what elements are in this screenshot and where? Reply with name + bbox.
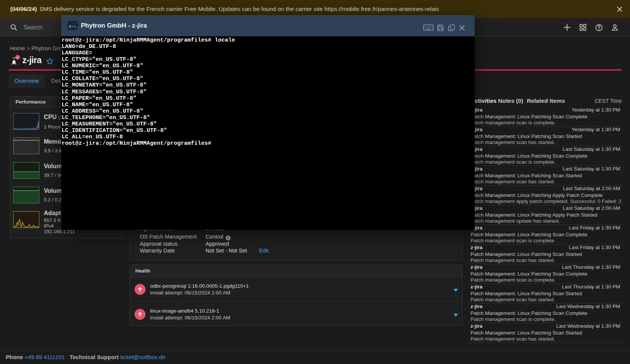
detail-row-approval: Approval statusApproved [140,241,229,247]
page: { "banner": { "date": "(04/06/24)", "mes… [0,0,630,364]
phone-label: Phone [6,354,23,360]
breadcrumb-home[interactable]: Home [10,45,25,51]
activity-message: Patch management update has started. [471,218,560,224]
terminal-output: root@z-jira:/opt/NinjaRMMAgent/programfi… [61,36,475,147]
banner-message: SMS delivery service is degraded for the… [40,6,439,12]
search-placeholder[interactable]: Search [23,18,43,37]
activity-title: Patch Management: Linux Patching Scan St… [471,251,582,257]
activity-timestamp: Last Saturday at 2:00 AM [563,186,620,191]
terminal-titlebar: ... C:\_ Phytron GmbH - z-jira [61,15,475,36]
terminal-app-icon-text: C:\_ [69,25,78,29]
activity-timestamp: Yesterday at 1:30 PM [571,107,620,113]
save-icon[interactable] [437,24,444,33]
detail-row-os-patch: OS Patch ManagementControli [140,234,231,240]
breadcrumb: Home > Phytron GmbH [10,45,69,51]
device-name: z-jira [22,55,42,65]
virtual-keyboard-icon[interactable] [423,24,433,33]
detail-label: Warranty Date [140,248,206,254]
activity-title: Patch Management: Linux Patching Scan Co… [471,153,587,159]
metric-adapter-ip-type: IPv4 [44,223,54,229]
activity-message: Patch management scan is complete. [471,316,556,322]
activity-message: Patch management scan is complete. [471,277,556,283]
health-card-title: Health [130,265,462,277]
activity-device: z-jira [471,264,483,270]
activity-title: Patch Management: Linux Patching Scan Co… [471,232,587,237]
favorite-star-icon[interactable] [46,57,54,67]
tab-related-items[interactable]: Related Items [527,98,565,104]
activity-title: Patch Management: Linux Patching Scan St… [471,133,582,139]
info-icon[interactable]: i [226,235,231,240]
copy-icon[interactable] [448,24,455,33]
activity-message: Patch management scan is complete. [471,120,556,125]
activity-timestamp: Last Wednesday at 1:30 PM [556,323,620,329]
detail-value: Control [206,234,223,240]
patch-attempt: Install attempt: 06/15/2024 2:00 AM [150,290,230,296]
device-alert-badge [15,55,20,60]
edit-warranty-link[interactable]: Edit [259,248,269,254]
activity-message: Patch management scan has started. [471,336,555,342]
activity-divider [469,342,623,343]
activity-message: Patch management apply patch completed. … [471,198,621,204]
footer-divider [0,350,630,351]
activity-title: Patch Management: Linux Patching Scan Co… [471,271,587,277]
activity-message: Patch management scan has started. [471,297,555,302]
breadcrumb-separator: > [26,45,30,51]
activity-timestamp: Last Saturday at 1:30 PM [563,166,620,172]
activity-device: z-jira [471,284,483,290]
activity-timestamp: Yesterday at 1:30 PM [571,127,620,132]
search-icon [10,24,17,33]
help-icon[interactable] [595,24,603,31]
support-email-link[interactable]: ticket@softbox.de [120,354,165,360]
terminal-title: Phytron GmbH - z-jira [81,15,147,36]
activity-timestamp: Last Friday at 1:30 PM [569,225,620,231]
terminal-screen[interactable]: root@z-jira:/opt/NinjaRMMAgent/programfi… [61,36,475,230]
activity-timestamp: Last Saturday at 1:30 PM [563,146,620,152]
terminal-app-icon: ... C:\_ [68,21,78,30]
detail-value: Not Set - Not Set [206,248,247,254]
user-icon[interactable] [611,24,619,31]
activity-message: Patch management scan has started. [471,257,555,263]
activity-device: z-jira [471,323,483,329]
detail-value: Approved [206,241,229,247]
phone-link[interactable]: +49 89 4111201 [25,354,65,360]
terminal-close-icon[interactable] [459,25,465,33]
tab-overview[interactable]: Overview [9,74,45,88]
timezone-label: CEST Time [595,98,622,104]
expand-chevron-icon[interactable] [454,289,458,292]
update-failed-icon [135,284,146,295]
detail-label: OS Patch Management [140,234,206,240]
cpu-sparkline-chart [13,113,39,130]
activity-timestamp: Last Thursday at 1:30 PM [562,264,620,270]
patch-attempt: Install attempt: 06/15/2024 2:00 AM [150,315,230,321]
activity-message: Patch management scan has started. [471,139,555,145]
terminal-window: ... C:\_ Phytron GmbH - z-jira root@z-ji… [61,15,475,230]
activity-device: z-jira [471,245,483,250]
expand-chevron-icon[interactable] [454,314,458,317]
add-icon[interactable] [563,24,571,31]
detail-row-warranty: Warranty DateNot Set - Not SetEdit [140,248,269,254]
activity-device: z-jira [471,304,483,309]
activity-title: Patch Management: Linux Patching Scan St… [471,291,582,296]
metric-cpu-label: CPU [44,114,57,120]
activity-timestamp: Last Wednesday at 1:30 PM [556,304,620,309]
health-divider [130,302,462,302]
detail-label: Approval status [140,241,206,247]
activity-message: Patch management scan is complete. [471,159,556,165]
activity-title: Patch Management: Linux Patching Scan Co… [471,114,587,119]
patch-name: odbc-postgresql 1:16.00.0005-1.pgdg110+1 [150,283,249,289]
activity-timestamp: Last Thursday at 1:30 PM [562,284,620,290]
activity-message: Patch management scan has started. [471,179,555,184]
activity-timestamp: Last Saturday at 2:00 AM [563,205,620,211]
banner-close-icon[interactable] [615,5,624,13]
adapter-sparkline-chart [13,211,39,228]
volume-2-sparkline-chart [13,187,39,203]
update-failed-icon [135,309,146,320]
activity-title: Patch Management: Linux Patching Apply P… [471,212,597,218]
banner-date: (04/06/24) [10,6,37,12]
activity-title: Patch Management: Linux Patching Apply P… [471,192,603,198]
apps-grid-icon[interactable] [579,24,587,31]
memory-sparkline-chart [13,138,39,154]
volume-1-sparkline-chart [13,162,39,179]
tab-notes[interactable]: Notes (0) [498,98,523,104]
patch-name: linux-image-amd64 5.10.218-1 [150,308,219,314]
